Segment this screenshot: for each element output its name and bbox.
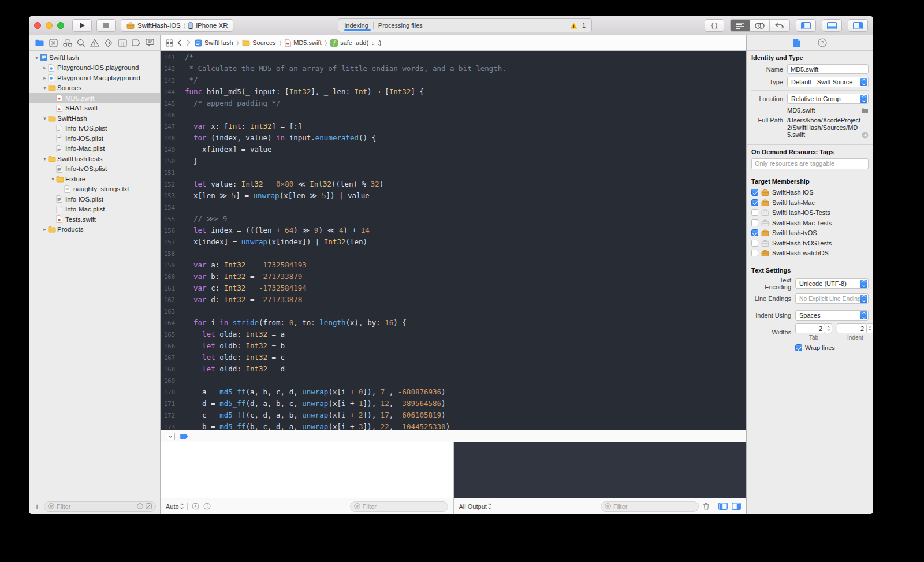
variables-scope-popup[interactable]: Auto <box>166 503 183 510</box>
file-inspector-tab-icon[interactable] <box>793 38 800 47</box>
toggle-variables-view-icon[interactable] <box>718 503 728 510</box>
disclosure-triangle-icon[interactable]: ▸ <box>42 65 48 70</box>
scheme-selector[interactable]: SwiftHash-iOS 〉 iPhone XR <box>121 19 233 32</box>
debug-disclosure-button[interactable] <box>166 433 175 440</box>
code-line[interactable]: 163 <box>161 306 746 317</box>
code-line[interactable]: 150 } <box>161 155 746 167</box>
navigator-tab-tests[interactable] <box>104 39 113 47</box>
zoom-button[interactable] <box>57 22 64 29</box>
toggle-debug-area-button[interactable] <box>822 19 842 32</box>
target-membership-row[interactable]: SwiftHash-tvOSTests <box>751 238 869 248</box>
code-line[interactable]: 145 /* append padding */ <box>161 98 746 109</box>
code-line[interactable]: 167 let oldc: Int32 = c <box>161 352 746 363</box>
navigator-tab-project[interactable] <box>35 39 44 47</box>
navigator-tab-find[interactable] <box>77 39 85 47</box>
code-line[interactable]: 158 <box>161 248 746 259</box>
help-inspector-tab-icon[interactable]: ? <box>818 38 827 47</box>
breadcrumb-item[interactable]: SwiftHash <box>195 39 233 47</box>
code-line[interactable]: 144func binl_md5(_ input: [Int32], _ len… <box>161 86 746 98</box>
code-line[interactable]: 143 */ <box>161 75 746 86</box>
print-description-icon[interactable] <box>203 503 211 510</box>
checkbox-unchecked-icon[interactable] <box>751 209 758 216</box>
code-line[interactable]: 142 * Calculate the MD5 of an array of l… <box>161 63 746 75</box>
code-line[interactable]: 156 let index = (((len + 64) ≫ 9) ≪ 4) +… <box>161 225 746 236</box>
navigator-filter-field[interactable]: Filter <box>44 501 156 512</box>
file-tree-row[interactable]: ▾SwiftHash <box>29 113 160 124</box>
disclosure-triangle-icon[interactable]: ▾ <box>50 176 56 182</box>
source-control-status-icon[interactable] <box>146 503 152 509</box>
breadcrumb-item[interactable]: Sources <box>242 39 275 46</box>
breakpoints-toggle-icon[interactable] <box>180 433 189 440</box>
disclosure-triangle-icon[interactable]: ▸ <box>42 75 48 81</box>
code-line[interactable]: 153 x[len ≫ 5] = unwrap(x[len ≫ 5]) | va… <box>161 190 746 202</box>
code-line[interactable]: 141/* <box>161 51 746 63</box>
odr-tags-field[interactable]: Only resources are taggable <box>751 158 869 169</box>
navigator-tab-source-control[interactable] <box>49 39 58 47</box>
code-line[interactable]: 157 x[index] = unwrap(x[index]) | Int32(… <box>161 236 746 248</box>
checkbox-checked-icon[interactable] <box>751 189 758 196</box>
file-tree-row[interactable]: ▸Playground-iOS.playground <box>29 63 160 73</box>
file-tree-row[interactable]: naughty_strings.txt <box>29 184 160 195</box>
checkbox-unchecked-icon[interactable] <box>751 219 758 226</box>
disclosure-triangle-icon[interactable]: ▾ <box>42 156 48 162</box>
choose-folder-icon[interactable] <box>861 107 869 114</box>
open-in-finder-icon[interactable] <box>862 132 869 139</box>
location-popup[interactable]: Relative to Group <box>787 94 869 104</box>
variables-view[interactable] <box>161 442 454 498</box>
quicklook-icon[interactable] <box>192 503 199 510</box>
related-items-icon[interactable] <box>166 39 173 47</box>
file-tree-row[interactable]: Info-Mac.plist <box>29 144 160 154</box>
file-tree-row[interactable]: Tests.swift <box>29 214 160 225</box>
assistant-editor-button[interactable] <box>750 20 770 31</box>
file-tree-row[interactable]: Info-tvOS.plist <box>29 164 160 174</box>
checkbox-unchecked-icon[interactable] <box>751 250 758 256</box>
code-line[interactable]: 155 // ≫> 9 <box>161 213 746 225</box>
forward-icon[interactable] <box>186 39 191 46</box>
file-tree-row[interactable]: Info-iOS.plist <box>29 194 160 204</box>
file-tree-row[interactable]: Info-iOS.plist <box>29 133 160 144</box>
recent-files-icon[interactable] <box>137 503 143 509</box>
disclosure-triangle-icon[interactable]: ▾ <box>42 116 48 121</box>
warning-count[interactable]: 1 <box>582 22 586 29</box>
close-button[interactable] <box>34 22 41 29</box>
stepper-icon[interactable] <box>867 323 873 333</box>
code-line[interactable]: 171 d = md5_ff(d, a, b, c, unwrap(x[i + … <box>161 398 746 410</box>
code-line[interactable]: 160 var b: Int32 = -271733879 <box>161 271 746 282</box>
navigator-tab-symbols[interactable] <box>63 39 72 47</box>
code-line[interactable]: 147 var x: [Int: Int32] = [:] <box>161 121 746 132</box>
toggle-inspector-button[interactable] <box>848 19 868 32</box>
file-tree-row[interactable]: Info-tvOS.plist <box>29 124 160 134</box>
target-membership-row[interactable]: SwiftHash-Mac <box>751 198 869 208</box>
run-button[interactable] <box>72 19 92 32</box>
navigator-tab-debug[interactable] <box>118 39 127 47</box>
toggle-navigator-button[interactable] <box>796 19 816 32</box>
code-line[interactable]: 172 c = md5_ff(c, d, a, b, unwrap(x[i + … <box>161 410 746 421</box>
code-line[interactable]: 168 let oldd: Int32 = d <box>161 363 746 375</box>
code-line[interactable]: 161 var c: Int32 = -1732584194 <box>161 282 746 294</box>
tab-width-stepper[interactable]: 2 <box>795 323 832 333</box>
code-line[interactable]: 146 <box>161 109 746 121</box>
code-line[interactable]: 166 let oldb: Int32 = b <box>161 340 746 352</box>
breadcrumb-item[interactable]: fsafe_add(_:_:) <box>330 39 381 47</box>
target-membership-row[interactable]: SwiftHash-watchOS <box>751 248 869 259</box>
code-line[interactable]: 170 a = md5_ff(a, b, c, d, unwrap(x[i + … <box>161 386 746 398</box>
file-tree-row[interactable]: MD5.swift <box>29 93 160 103</box>
name-field[interactable]: MD5.swift <box>787 64 869 74</box>
code-line[interactable]: 164 for i in stride(from: 0, to: length(… <box>161 317 746 329</box>
file-tree-row[interactable]: ▾SwiftHash <box>29 53 160 63</box>
target-membership-row[interactable]: SwiftHash-iOS-Tests <box>751 208 869 218</box>
file-tree-row[interactable]: ▸Playground-Mac.playground <box>29 73 160 83</box>
console-view[interactable] <box>454 442 747 498</box>
target-membership-row[interactable]: SwiftHash-Mac-Tests <box>751 218 869 228</box>
breadcrumb-item[interactable]: MD5.swift <box>285 39 321 47</box>
console-scope-popup[interactable]: All Output <box>459 503 491 510</box>
navigator-tab-reports[interactable] <box>146 39 154 47</box>
navigator-tab-issues[interactable] <box>90 39 99 47</box>
file-tree-row[interactable]: ▾Fixture <box>29 174 160 184</box>
navigator-tab-breakpoints[interactable] <box>132 39 141 46</box>
wrap-lines-checkbox[interactable]: Wrap lines <box>795 344 835 351</box>
add-file-button[interactable]: + <box>33 502 41 511</box>
stepper-icon[interactable] <box>825 323 832 333</box>
disclosure-triangle-icon[interactable]: ▾ <box>42 85 48 91</box>
checkbox-unchecked-icon[interactable] <box>751 240 758 247</box>
